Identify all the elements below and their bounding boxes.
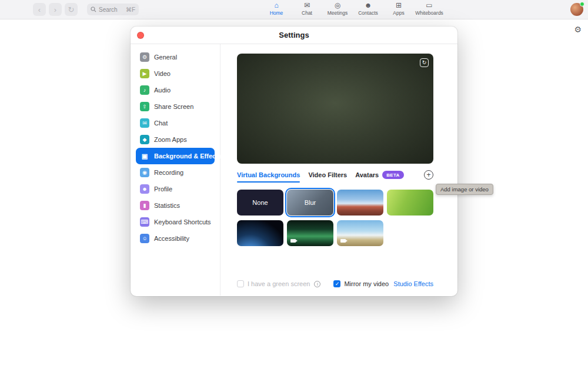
background-icon: ▣ (140, 151, 149, 161)
sidebar-item-video[interactable]: ▶ Video (136, 65, 215, 82)
green-screen-label: I have a green screen (248, 280, 310, 287)
background-grass[interactable] (387, 190, 433, 216)
sidebar-item-statistics[interactable]: ▮ Statistics (136, 197, 215, 214)
accessibility-icon: ☺ (140, 234, 149, 243)
tab-label: Chat (302, 10, 312, 16)
tab-label: Contacts (358, 10, 378, 16)
audio-icon: ♪ (140, 85, 149, 95)
share-screen-icon: ⇧ (140, 102, 149, 111)
avatar[interactable] (570, 3, 583, 16)
search-shortcut: ⌘F (126, 6, 135, 13)
zoom-apps-icon: ◆ (140, 135, 149, 144)
sidebar-item-label: Share Screen (154, 103, 193, 110)
background-golden-gate-bridge[interactable] (337, 190, 383, 216)
tab-label: Home (270, 10, 283, 16)
settings-sidebar: ⚙ General ▶ Video ♪ Audio ⇧ Share Screen… (131, 44, 220, 296)
studio-effects-link[interactable]: Studio Effects (393, 280, 433, 287)
info-icon[interactable] (314, 281, 320, 287)
video-camera-icon: ▶ (140, 69, 149, 78)
green-screen-checkbox[interactable] (237, 280, 244, 287)
tab-label: Apps (393, 10, 404, 16)
thumbnail-label: None (252, 199, 268, 206)
chevron-left-icon: ‹ (38, 6, 41, 14)
rotate-camera-icon[interactable]: ↻ (420, 58, 429, 67)
sidebar-item-label: General (154, 54, 177, 61)
settings-window: Settings ⚙ General ▶ Video ♪ Audio ⇧ Sha… (131, 26, 457, 296)
tab-avatars-label: Avatars (355, 171, 379, 178)
sidebar-item-profile[interactable]: ☻ Profile (136, 181, 215, 197)
statistics-icon: ▮ (140, 201, 149, 210)
background-earth-from-space[interactable] (237, 220, 283, 246)
sidebar-item-label: Keyboard Shortcuts (154, 218, 211, 226)
tab-label: Whiteboards (415, 10, 443, 16)
sidebar-item-keyboard-shortcuts[interactable]: ⌨ Keyboard Shortcuts (136, 214, 215, 230)
tab-label: Meetings (328, 10, 348, 16)
close-button[interactable] (137, 32, 144, 39)
app-toolbar: ‹ › ↻ Search ⌘F ⌂ Home ✉ Chat ◎ Meetings… (0, 0, 588, 19)
sidebar-item-label: Accessibility (154, 235, 189, 242)
background-tabs: Virtual Backgrounds Video Filters Avatar… (237, 170, 433, 180)
tab-home[interactable]: ⌂ Home (261, 0, 292, 19)
history-icon: ↻ (68, 6, 75, 14)
video-preview: ↻ (237, 54, 433, 164)
profile-icon: ☻ (140, 184, 149, 194)
background-beach-palm[interactable] (337, 220, 383, 246)
background-effects-panel: ↻ Virtual Backgrounds Video Filters Avat… (220, 44, 457, 296)
sidebar-item-label: Zoom Apps (154, 136, 187, 143)
tab-chat[interactable]: ✉ Chat (292, 0, 322, 19)
sidebar-item-label: Recording (154, 169, 183, 176)
sidebar-item-label: Chat (154, 120, 168, 127)
sidebar-item-chat[interactable]: ✉ Chat (136, 115, 215, 131)
background-blur[interactable]: Blur (287, 190, 333, 216)
tab-video-filters[interactable]: Video Filters (308, 171, 347, 178)
apps-icon: ⊞ (396, 2, 402, 9)
settings-titlebar: Settings (131, 26, 457, 44)
add-background-button[interactable]: + (424, 170, 433, 180)
sidebar-item-general[interactable]: ⚙ General (136, 49, 215, 65)
sidebar-item-background-effects[interactable]: ▣ Background & Effects (136, 148, 215, 164)
record-icon: ◉ (140, 168, 149, 177)
video-camera-badge-icon (290, 239, 296, 243)
history-button[interactable]: ↻ (65, 3, 78, 16)
sidebar-item-label: Background & Effects (154, 152, 222, 160)
sidebar-item-recording[interactable]: ◉ Recording (136, 164, 215, 181)
whiteboard-icon: ▭ (426, 2, 432, 9)
settings-gear-icon[interactable]: ⚙ (574, 25, 582, 34)
tab-virtual-backgrounds[interactable]: Virtual Backgrounds (237, 171, 300, 178)
page-title: Settings (279, 31, 309, 39)
chat-icon: ✉ (140, 118, 149, 128)
search-placeholder: Search (99, 6, 118, 13)
sidebar-item-zoom-apps[interactable]: ◆ Zoom Apps (136, 131, 215, 148)
video-camera-badge-icon (340, 239, 346, 243)
back-button[interactable]: ‹ (33, 3, 46, 16)
meetings-icon: ◎ (335, 2, 340, 9)
background-none[interactable]: None (237, 190, 283, 216)
main-nav: ⌂ Home ✉ Chat ◎ Meetings ☻ Contacts ⊞ Ap… (261, 0, 445, 19)
nav-buttons: ‹ › ↻ (33, 3, 78, 16)
chat-icon: ✉ (304, 2, 310, 9)
beta-badge: BETA (382, 171, 403, 179)
tab-apps[interactable]: ⊞ Apps (383, 0, 414, 19)
background-thumbnails: None Blur (237, 190, 433, 246)
mirror-video-label: Mirror my video (344, 280, 389, 287)
mirror-video-checkbox[interactable] (333, 280, 340, 287)
contacts-icon: ☻ (365, 2, 372, 9)
sidebar-item-audio[interactable]: ♪ Audio (136, 82, 215, 98)
gear-icon: ⚙ (140, 52, 149, 62)
add-image-tooltip: Add image or video (436, 184, 493, 195)
search-input[interactable]: Search ⌘F (87, 4, 139, 15)
tab-contacts[interactable]: ☻ Contacts (353, 0, 383, 19)
sidebar-item-label: Video (154, 70, 171, 77)
sidebar-item-accessibility[interactable]: ☺ Accessibility (136, 230, 215, 247)
keyboard-icon: ⌨ (140, 217, 149, 227)
forward-button[interactable]: › (49, 3, 62, 16)
online-status-dot (580, 2, 584, 6)
background-options-footer: I have a green screen Mirror my video St… (237, 280, 433, 287)
tab-whiteboards[interactable]: ▭ Whiteboards (414, 0, 445, 19)
tab-avatars[interactable]: Avatars BETA (355, 171, 403, 179)
sidebar-item-share-screen[interactable]: ⇧ Share Screen (136, 98, 215, 115)
sidebar-item-label: Profile (154, 185, 172, 193)
tab-meetings[interactable]: ◎ Meetings (322, 0, 353, 19)
background-northern-lights[interactable] (287, 220, 333, 246)
sidebar-item-label: Audio (154, 87, 171, 94)
